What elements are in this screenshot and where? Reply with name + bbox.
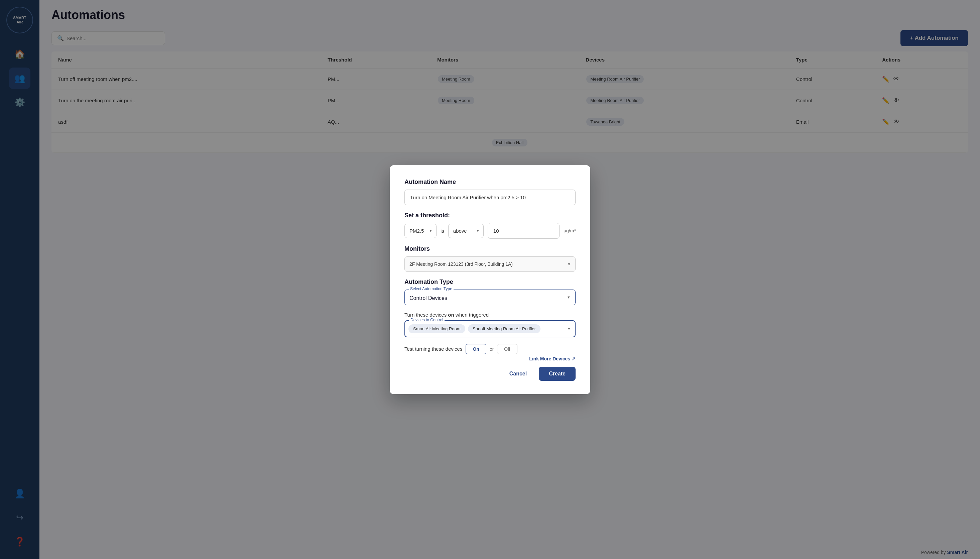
cancel-button[interactable]: Cancel xyxy=(503,367,533,381)
device-chip-1: Smart Air Meeting Room xyxy=(408,324,465,333)
is-text: is xyxy=(441,228,444,234)
devices-section: Turn these devices on when triggered Dev… xyxy=(404,312,576,337)
threshold-section: Set a threshold: PM2.5 PM10 CO2 TVOC is … xyxy=(404,212,576,239)
automation-type-select[interactable]: Control Devices Send Email Send Notifica… xyxy=(405,291,575,305)
metric-select[interactable]: PM2.5 PM10 CO2 TVOC xyxy=(404,224,437,238)
test-off-button[interactable]: Off xyxy=(497,344,517,354)
devices-control-label: Devices to Control xyxy=(409,318,445,322)
condition-select[interactable]: above below equal to xyxy=(448,224,483,238)
test-on-button[interactable]: On xyxy=(465,344,486,354)
devices-trigger-text: Turn these devices on when triggered xyxy=(404,312,576,318)
automation-name-label: Automation Name xyxy=(404,179,576,185)
monitors-select-wrapper[interactable]: 2F Meeting Room 123123 (3rd Floor, Build… xyxy=(404,256,576,272)
threshold-value-input[interactable] xyxy=(488,223,559,239)
threshold-unit: μg/m³ xyxy=(564,228,576,233)
automation-name-input[interactable] xyxy=(404,190,576,205)
monitors-label: Monitors xyxy=(404,245,576,252)
monitors-select[interactable]: 2F Meeting Room 123123 (3rd Floor, Build… xyxy=(404,256,576,272)
condition-select-wrapper[interactable]: above below equal to xyxy=(448,224,483,238)
devices-control-wrapper[interactable]: Devices to Control Smart Air Meeting Roo… xyxy=(404,320,576,337)
automation-name-section: Automation Name xyxy=(404,179,576,205)
metric-select-wrapper[interactable]: PM2.5 PM10 CO2 TVOC xyxy=(404,224,437,238)
automation-type-section: Automation Type Select Automation Type C… xyxy=(404,278,576,305)
test-or-text: or xyxy=(490,346,494,352)
test-label: Test turning these devices xyxy=(404,346,462,352)
threshold-row: PM2.5 PM10 CO2 TVOC is above below equal… xyxy=(404,223,576,239)
modal-footer: Cancel Create xyxy=(404,367,576,381)
automation-type-label: Automation Type xyxy=(404,278,576,286)
monitors-section: Monitors 2F Meeting Room 123123 (3rd Flo… xyxy=(404,245,576,272)
automation-type-wrapper[interactable]: Select Automation Type Control Devices S… xyxy=(404,289,576,305)
link-more-devices[interactable]: Link More Devices ↗ xyxy=(404,356,576,361)
modal-overlay: Automation Name Set a threshold: PM2.5 P… xyxy=(0,0,980,559)
threshold-label: Set a threshold: xyxy=(404,212,576,219)
create-button[interactable]: Create xyxy=(539,367,576,381)
select-type-placeholder: Select Automation Type xyxy=(409,286,454,291)
add-automation-modal: Automation Name Set a threshold: PM2.5 P… xyxy=(390,165,590,394)
device-chip-2: Sonoff Meeting Room Air Purifier xyxy=(468,324,541,333)
test-row: Test turning these devices On or Off xyxy=(404,344,576,354)
